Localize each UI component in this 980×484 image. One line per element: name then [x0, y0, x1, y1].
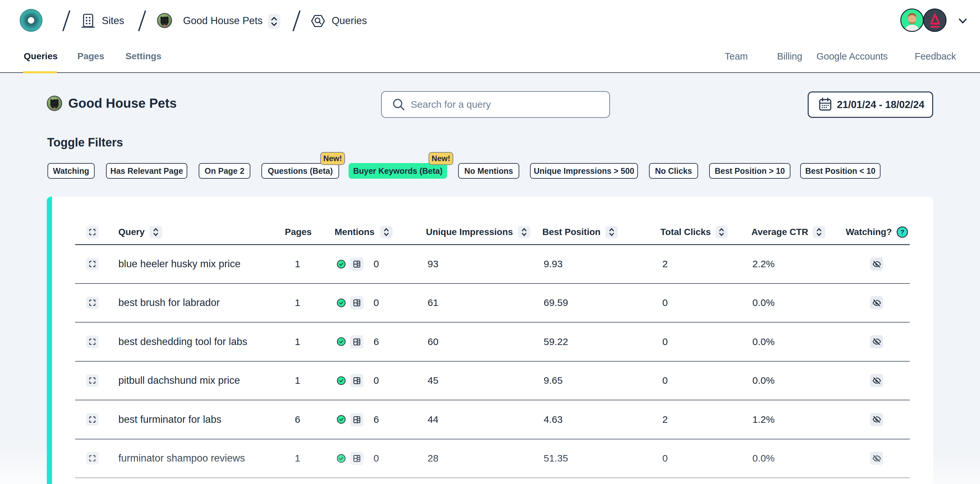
svg-text:?: ?	[900, 228, 904, 236]
